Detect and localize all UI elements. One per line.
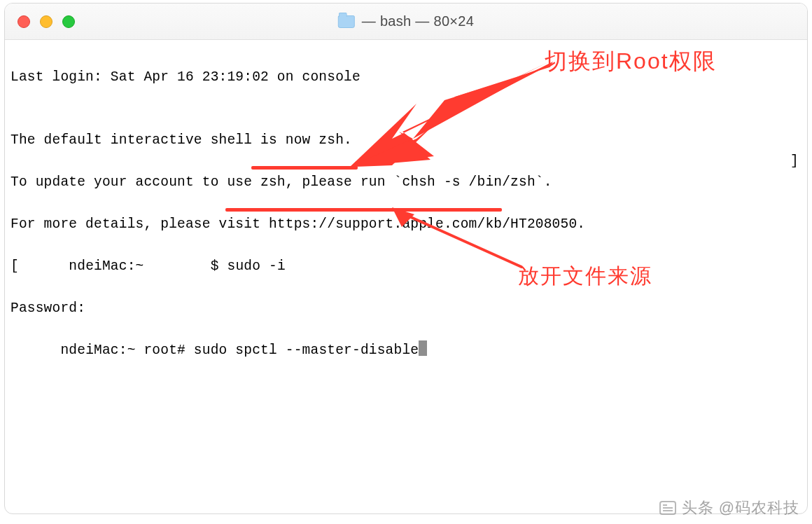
- line-zsh-2: To update your account to use zsh, pleas…: [10, 172, 800, 193]
- line-password: Password:: [10, 298, 800, 319]
- window-controls: [5, 15, 75, 28]
- svg-rect-8: [663, 507, 673, 509]
- window-title: — bash — 80×24: [338, 13, 474, 29]
- zoom-button[interactable]: [62, 15, 75, 28]
- line-zsh-3: For more details, please visit https://s…: [10, 214, 800, 235]
- titlebar: — bash — 80×24: [5, 4, 807, 40]
- folder-icon: [338, 15, 355, 28]
- line-prompt-2: zhaofandeiMac:~ root# sudo spctl --maste…: [10, 340, 800, 361]
- svg-rect-9: [663, 510, 673, 511]
- cmd-sudo-i: sudo -i: [227, 258, 286, 274]
- underline-sudo-i: [251, 166, 358, 170]
- line-zsh-1: The default interactive shell is now zsh…: [10, 130, 800, 151]
- toutiao-icon: [659, 499, 676, 516]
- terminal-window: — bash — 80×24 Last login: Sat Apr 16 23…: [4, 3, 808, 514]
- close-button[interactable]: [18, 15, 30, 28]
- watermark: 头条 @码农科技: [659, 497, 799, 518]
- cursor: [419, 340, 427, 356]
- line-prompt-1: [zhaofandeiMac:~ zhaofan$ sudo -i]: [10, 256, 800, 277]
- terminal-body[interactable]: Last login: Sat Apr 16 23:19:02 on conso…: [5, 40, 807, 410]
- svg-rect-7: [663, 504, 667, 506]
- cmd-spctl: sudo spctl --master-disable: [194, 343, 419, 358]
- watermark-text: 头条 @码农科技: [682, 497, 799, 518]
- line-last-login: Last login: Sat Apr 16 23:19:02 on conso…: [10, 67, 800, 88]
- title-text: — bash — 80×24: [362, 13, 474, 29]
- underline-spctl: [225, 208, 502, 212]
- minimize-button[interactable]: [40, 15, 52, 28]
